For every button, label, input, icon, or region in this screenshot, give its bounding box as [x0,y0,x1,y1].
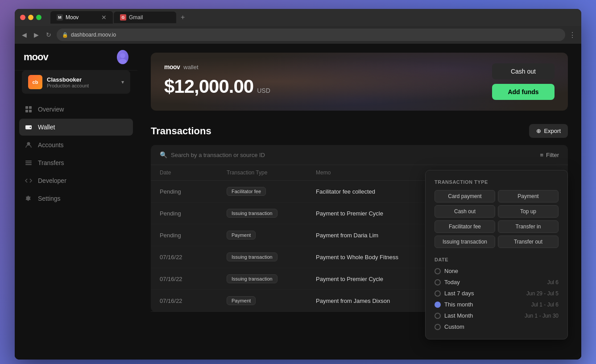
sidebar-item-overview[interactable]: Overview [19,101,133,118]
add-funds-button[interactable]: Add funds [492,84,555,100]
svg-point-8 [30,127,31,128]
app-header: moov [15,44,137,70]
row-type-0: Facilitator fee [227,187,316,196]
date-option-none[interactable]: None [435,268,559,274]
radio-last7[interactable] [435,290,441,297]
address-bar[interactable]: 🔒 dashboard.moov.io [57,29,565,41]
app-logo: moov [24,51,48,63]
wallet-tag: wallet [183,64,198,70]
sidebar-item-settings[interactable]: Settings [19,190,133,207]
radio-today[interactable] [435,279,441,285]
filter-date-title: Date [435,257,559,262]
browser-tabs: M Moov ✕ G Gmail + [50,11,188,24]
sidebar-item-developer[interactable]: Developer [19,172,133,189]
date-option-none-left: None [435,268,458,274]
new-tab-button[interactable]: + [177,11,188,24]
account-info: Classbooker Production account [47,76,117,88]
radio-last-month[interactable] [435,313,441,319]
search-input-wrap: 🔍 [160,151,540,158]
filter-tag-transfer-out[interactable]: Transfer out [498,236,559,248]
filter-button[interactable]: ≡ Filter [540,152,559,158]
sidebar-item-accounts-label: Accounts [38,141,64,149]
row-type-4: Issuing transaction [227,274,316,283]
column-type: Transaction type [227,170,316,176]
row-date-4: 07/16/22 [160,276,227,282]
sidebar-item-transfers[interactable]: Transfers [19,154,133,171]
close-traffic-light[interactable] [20,15,25,20]
sidebar-nav: Overview Wallet [15,101,137,207]
export-icon: ⊕ [536,128,541,134]
tab-gmail[interactable]: G Gmail [114,12,176,23]
svg-rect-5 [29,110,32,112]
wallet-balance: $12,000.00 USD [164,76,270,97]
account-selector[interactable]: cb Classbooker Production account ▾ [22,70,130,94]
avatar-image [117,50,128,64]
date-label-today: Today [444,279,460,285]
date-option-last-month-left: Last Month [435,312,473,319]
moov-favicon: M [57,14,63,21]
radio-none[interactable] [435,268,441,274]
date-option-last-month[interactable]: Last Month Jun 1 - Jun 30 [435,312,559,319]
transactions-panel: 🔍 ≡ Filter Date Transaction type Memo [151,145,568,312]
row-type-2: Payment [227,231,316,240]
export-button[interactable]: ⊕ Export [529,124,568,138]
filter-tag-top-up[interactable]: Top up [498,205,559,218]
account-type: Production account [47,83,117,88]
date-label-this-month: This month [444,301,473,308]
user-icon [25,141,33,149]
wallet-card: moov wallet $12,000.00 USD Cash out Add … [151,53,568,111]
account-chevron-icon: ▾ [121,79,124,85]
date-option-today[interactable]: Today Jul 6 [435,279,559,285]
date-range-last7: Jun 29 - Jul 5 [526,290,559,297]
sidebar-item-accounts[interactable]: Accounts [19,136,133,153]
filter-tag-issuing-transaction[interactable]: Issuing transaction [435,236,495,248]
minimize-traffic-light[interactable] [28,15,33,20]
wallet-actions: Cash out Add funds [492,63,555,100]
app-container: moov cb Classbooker Production account [15,44,581,360]
transactions-header: Transactions ⊕ Export [151,124,568,138]
filter-tag-payment[interactable]: Payment [498,190,559,203]
sidebar-item-settings-label: Settings [38,195,61,202]
svg-rect-3 [29,106,32,109]
row-type-3: Issuing transaction [227,252,316,261]
tab-moov[interactable]: M Moov ✕ [50,11,113,24]
date-label-none: None [444,268,458,274]
filter-tag-cash-out[interactable]: Cash out [435,205,495,218]
user-avatar[interactable] [117,50,128,64]
filter-tag-facilitator-fee[interactable]: Facilitator fee [435,220,495,233]
maximize-traffic-light[interactable] [36,15,41,20]
radio-this-month[interactable] [435,302,441,308]
back-button[interactable]: ◀ [20,29,29,40]
date-option-custom[interactable]: Custom [435,323,559,330]
cash-out-button[interactable]: Cash out [492,63,555,79]
sidebar-item-developer-label: Developer [38,177,66,184]
refresh-button[interactable]: ↻ [44,29,53,40]
sidebar-item-wallet[interactable]: Wallet [19,119,133,136]
date-options: None Today Jul 6 [435,268,559,330]
filter-tag-card-payment[interactable]: Card payment [435,190,495,203]
filter-type-tags: Card payment Payment Cash out Top up Fac… [435,190,559,248]
tab-gmail-label: Gmail [129,14,143,21]
sidebar: moov cb Classbooker Production account [15,44,137,360]
tab-moov-close[interactable]: ✕ [101,14,107,21]
sidebar-item-wallet-label: Wallet [38,124,55,131]
forward-button[interactable]: ▶ [32,29,41,40]
transactions-title: Transactions [151,125,211,137]
date-label-last7: Last 7 days [444,290,474,297]
date-label-custom: Custom [444,323,464,330]
search-input[interactable] [171,152,305,158]
date-range-last-month: Jun 1 - Jun 30 [525,313,559,319]
date-option-this-month[interactable]: This month Jul 1 - Jul 6 [435,301,559,308]
date-range-this-month: Jul 1 - Jul 6 [531,302,559,308]
tab-moov-label: Moov [66,14,79,21]
gmail-favicon: G [120,14,126,21]
browser-more-button[interactable]: ⋮ [569,31,576,39]
date-option-today-left: Today [435,279,460,285]
balance-currency: USD [257,87,270,94]
date-label-last-month: Last Month [444,312,473,319]
grid-icon [25,105,33,113]
date-option-last7[interactable]: Last 7 days Jun 29 - Jul 5 [435,290,559,297]
radio-custom[interactable] [435,324,441,330]
row-date-1: Pending [160,210,227,217]
filter-tag-transfer-in[interactable]: Transfer in [498,220,559,233]
